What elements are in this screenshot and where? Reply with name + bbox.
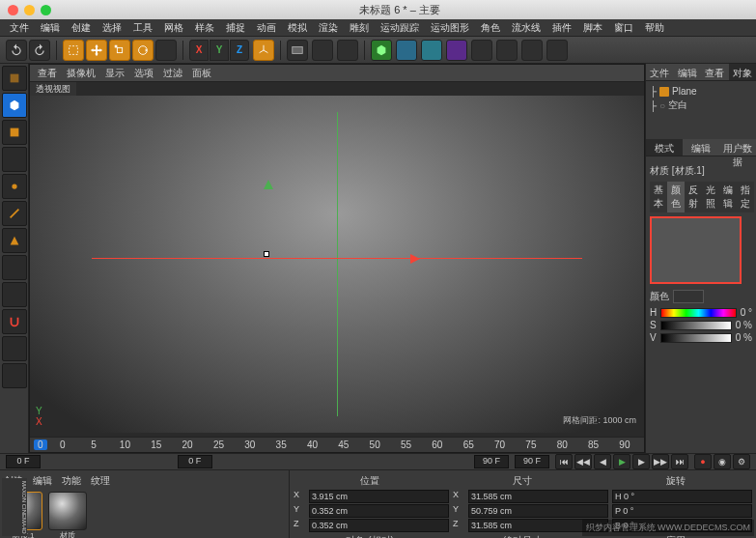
- viewport-tab[interactable]: 选项: [134, 67, 154, 80]
- attr-subtab[interactable]: 反射: [685, 182, 702, 212]
- play-button[interactable]: ▶: [613, 454, 630, 469]
- pos-input[interactable]: [309, 490, 449, 503]
- material-tab[interactable]: 功能: [62, 474, 81, 488]
- render-view-button[interactable]: [287, 40, 308, 61]
- menu-工具[interactable]: 工具: [133, 21, 153, 35]
- autokey-button[interactable]: ◉: [714, 454, 731, 469]
- light-tool[interactable]: [521, 40, 543, 61]
- pos-input[interactable]: [309, 504, 449, 518]
- model-mode[interactable]: [2, 93, 27, 118]
- rot-input[interactable]: [612, 504, 752, 518]
- next-key-button[interactable]: ▶▶: [652, 454, 669, 469]
- viewport-tab[interactable]: 查看: [38, 67, 57, 80]
- menu-雕刻[interactable]: 雕刻: [350, 21, 369, 35]
- texture-mode[interactable]: [2, 120, 27, 145]
- selection-tool[interactable]: [63, 40, 84, 61]
- make-editable-button[interactable]: [2, 66, 27, 91]
- menu-脚本[interactable]: 脚本: [583, 21, 602, 35]
- z-lock[interactable]: Z: [230, 40, 249, 61]
- color-preview-swatch[interactable]: [650, 216, 742, 284]
- menu-捕捉[interactable]: 捕捉: [226, 21, 245, 35]
- timeline-ruler[interactable]: 0051015202530354045505560657075808590: [30, 437, 644, 452]
- viewport-tab[interactable]: 显示: [105, 67, 125, 80]
- cube-primitive[interactable]: [371, 40, 392, 61]
- edge-mode[interactable]: [2, 201, 27, 226]
- object-list[interactable]: ├ Plane ├○ 空白: [646, 81, 756, 139]
- render-settings-button[interactable]: [337, 40, 358, 61]
- attr-subtab[interactable]: 基本: [650, 182, 667, 212]
- coord-system[interactable]: [253, 40, 274, 61]
- viewport-solo[interactable]: [2, 282, 27, 307]
- current-frame-input[interactable]: 0 F: [178, 455, 212, 468]
- polygon-mode[interactable]: [2, 228, 27, 253]
- viewport-tab[interactable]: 过滤: [163, 67, 182, 80]
- attr-subtab[interactable]: 光照: [702, 182, 719, 212]
- hsv-slider[interactable]: [660, 321, 732, 330]
- goto-start-button[interactable]: ⏮: [555, 454, 573, 469]
- goto-end-button[interactable]: ⏭: [671, 454, 688, 469]
- scale-tool[interactable]: [109, 40, 130, 61]
- axis-mode[interactable]: [2, 255, 27, 280]
- end-frame-input2[interactable]: 90 F: [515, 455, 549, 468]
- object-item-null[interactable]: ├○ 空白: [650, 98, 752, 113]
- menu-动画[interactable]: 动画: [257, 21, 276, 35]
- workplane-mode[interactable]: [2, 147, 27, 172]
- close-window-button[interactable]: [8, 5, 18, 15]
- attr-tab[interactable]: 模式: [646, 139, 683, 156]
- render-picture-button[interactable]: [312, 40, 333, 61]
- attr-tab[interactable]: 编辑: [683, 139, 719, 156]
- extra-mode[interactable]: [2, 363, 27, 388]
- attr-subtab[interactable]: 指定: [737, 182, 754, 212]
- prev-frame-button[interactable]: ◀: [594, 454, 611, 469]
- minimize-window-button[interactable]: [24, 5, 35, 15]
- snap-toggle[interactable]: [2, 309, 27, 334]
- menu-选择[interactable]: 选择: [102, 21, 122, 35]
- viewport-3d-scene[interactable]: YX 网格间距: 1000 cm: [30, 96, 644, 433]
- rotate-tool[interactable]: [132, 40, 154, 61]
- menu-角色[interactable]: 角色: [481, 21, 500, 35]
- spline-primitive[interactable]: [396, 40, 417, 61]
- key-options-button[interactable]: ⚙: [733, 454, 750, 469]
- viewport-tab[interactable]: 面板: [192, 67, 211, 80]
- attr-tab[interactable]: 用户数据: [719, 139, 756, 156]
- y-lock[interactable]: Y: [210, 40, 229, 61]
- menu-文件[interactable]: 文件: [10, 21, 29, 35]
- lock-toggle[interactable]: [2, 336, 27, 361]
- menu-插件[interactable]: 插件: [552, 21, 572, 35]
- attr-subtab[interactable]: 编辑: [719, 182, 737, 212]
- objmgr-tab[interactable]: 查看: [701, 64, 729, 80]
- x-lock[interactable]: X: [189, 40, 209, 61]
- menu-帮助[interactable]: 帮助: [645, 21, 664, 35]
- misc-tool[interactable]: [546, 40, 568, 61]
- next-frame-button[interactable]: ▶: [632, 454, 650, 469]
- move-tool[interactable]: [86, 40, 107, 61]
- hsv-slider[interactable]: [660, 333, 732, 343]
- size-input[interactable]: [468, 504, 608, 518]
- material-tab[interactable]: 纹理: [91, 474, 110, 488]
- redo-button[interactable]: [29, 40, 50, 61]
- material-tab[interactable]: 编辑: [33, 474, 52, 488]
- generator-tool[interactable]: [421, 40, 442, 61]
- point-mode[interactable]: [2, 174, 27, 199]
- start-frame-input[interactable]: 0 F: [6, 455, 41, 468]
- coord-footer[interactable]: 绝对尺寸: [446, 534, 599, 538]
- material-ball[interactable]: [48, 492, 87, 530]
- menu-渲染[interactable]: 渲染: [319, 21, 338, 35]
- menu-创建[interactable]: 创建: [71, 21, 91, 35]
- menu-网格[interactable]: 网格: [164, 21, 183, 35]
- camera-tool[interactable]: [496, 40, 518, 61]
- deformer-tool[interactable]: [446, 40, 467, 61]
- menu-编辑[interactable]: 编辑: [41, 21, 60, 35]
- environment-tool[interactable]: [471, 40, 492, 61]
- rot-input[interactable]: [612, 490, 752, 503]
- y-axis-handle[interactable]: [264, 180, 273, 189]
- zoom-window-button[interactable]: [41, 5, 51, 15]
- end-frame-input[interactable]: 90 F: [474, 455, 509, 468]
- menu-运动跟踪[interactable]: 运动跟踪: [380, 21, 419, 35]
- color-chip[interactable]: [673, 290, 704, 303]
- viewport-tab[interactable]: 摄像机: [67, 67, 96, 80]
- x-axis-handle[interactable]: [410, 254, 420, 264]
- hsv-slider[interactable]: [660, 308, 736, 318]
- objmgr-tab[interactable]: 文件: [646, 64, 674, 80]
- record-button[interactable]: ●: [694, 454, 712, 469]
